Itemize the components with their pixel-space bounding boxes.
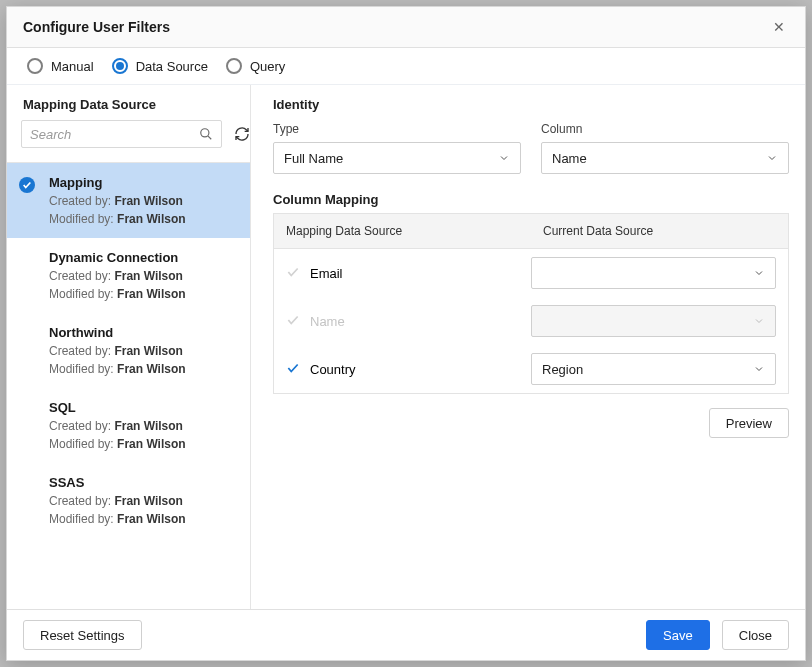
column-mapping-row: Email — [274, 249, 788, 297]
data-source-name: Northwind — [49, 325, 238, 340]
data-source-modified: Modified by: Fran Wilson — [49, 362, 238, 376]
identity-title: Identity — [273, 97, 789, 112]
data-source-name: Dynamic Connection — [49, 250, 238, 265]
dialog-footer: Reset Settings Save Close — [7, 609, 805, 660]
data-source-modified: Modified by: Fran Wilson — [49, 287, 238, 301]
data-source-created: Created by: Fran Wilson — [49, 494, 238, 508]
save-button[interactable]: Save — [646, 620, 710, 650]
radio-query-label: Query — [250, 59, 285, 74]
chevron-down-icon — [753, 267, 765, 279]
chevron-down-icon — [753, 363, 765, 375]
column-mapping-header: Mapping Data Source Current Data Source — [274, 214, 788, 249]
identity-type-label: Type — [273, 122, 521, 136]
close-icon[interactable]: ✕ — [769, 17, 789, 37]
data-source-modified: Modified by: Fran Wilson — [49, 512, 238, 526]
chevron-down-icon — [498, 152, 510, 164]
search-input[interactable] — [30, 127, 199, 142]
data-source-item[interactable]: Dynamic Connection Created by: Fran Wils… — [7, 238, 250, 313]
data-source-name: Mapping — [49, 175, 238, 190]
radio-data-source[interactable]: Data Source — [112, 58, 208, 74]
colhead-left: Mapping Data Source — [274, 214, 531, 248]
column-mapping-grid: Mapping Data Source Current Data Source … — [273, 213, 789, 394]
column-mapping-title: Column Mapping — [273, 192, 789, 207]
data-source-created: Created by: Fran Wilson — [49, 269, 238, 283]
preview-button[interactable]: Preview — [709, 408, 789, 438]
data-source-name: SQL — [49, 400, 238, 415]
column-mapping-row: Name — [274, 297, 788, 345]
dialog: Configure User Filters ✕ Manual Data Sou… — [6, 6, 806, 661]
mapping-value: Region — [542, 362, 583, 377]
data-source-created: Created by: Fran Wilson — [49, 194, 238, 208]
search-icon — [199, 127, 213, 141]
radio-icon — [112, 58, 128, 74]
identity-type-select[interactable]: Full Name — [273, 142, 521, 174]
dialog-header: Configure User Filters ✕ — [7, 7, 805, 48]
radio-manual-label: Manual — [51, 59, 94, 74]
svg-line-1 — [208, 136, 211, 139]
right-panel: Identity Type Full Name Column Name — [251, 85, 805, 609]
column-mapping-row: Country Region — [274, 345, 788, 393]
mapping-value-select — [531, 305, 776, 337]
data-source-created: Created by: Fran Wilson — [49, 344, 238, 358]
check-icon — [19, 177, 35, 193]
svg-point-0 — [201, 129, 209, 137]
identity-column-label: Column — [541, 122, 789, 136]
radio-manual[interactable]: Manual — [27, 58, 94, 74]
data-source-item[interactable]: Mapping Created by: Fran Wilson Modified… — [7, 163, 250, 238]
radio-icon — [27, 58, 43, 74]
mapping-source-title: Mapping Data Source — [7, 97, 250, 120]
data-source-modified: Modified by: Fran Wilson — [49, 437, 238, 451]
data-source-item[interactable]: SQL Created by: Fran Wilson Modified by:… — [7, 388, 250, 463]
source-type-row: Manual Data Source Query — [7, 48, 805, 85]
check-icon[interactable] — [286, 361, 300, 378]
chevron-down-icon — [766, 152, 778, 164]
radio-query[interactable]: Query — [226, 58, 285, 74]
data-source-name: SSAS — [49, 475, 238, 490]
check-icon[interactable] — [286, 265, 300, 282]
identity-column-select[interactable]: Name — [541, 142, 789, 174]
check-icon — [286, 313, 300, 330]
mapping-field-label: Country — [310, 362, 356, 377]
chevron-down-icon — [753, 315, 765, 327]
data-source-list: Mapping Created by: Fran Wilson Modified… — [7, 163, 250, 538]
data-source-item[interactable]: SSAS Created by: Fran Wilson Modified by… — [7, 463, 250, 538]
data-source-item[interactable]: Northwind Created by: Fran Wilson Modifi… — [7, 313, 250, 388]
mapping-value-select[interactable] — [531, 257, 776, 289]
refresh-icon — [234, 126, 250, 142]
radio-data-source-label: Data Source — [136, 59, 208, 74]
search-input-wrapper[interactable] — [21, 120, 222, 148]
close-button[interactable]: Close — [722, 620, 789, 650]
identity-column-value: Name — [552, 151, 587, 166]
mapping-field-label: Email — [310, 266, 343, 281]
left-panel: Mapping Data Source Mapping — [7, 85, 251, 609]
mapping-field-label: Name — [310, 314, 345, 329]
data-source-modified: Modified by: Fran Wilson — [49, 212, 238, 226]
colhead-right: Current Data Source — [531, 214, 788, 248]
radio-icon — [226, 58, 242, 74]
reset-button[interactable]: Reset Settings — [23, 620, 142, 650]
identity-type-value: Full Name — [284, 151, 343, 166]
data-source-created: Created by: Fran Wilson — [49, 419, 238, 433]
mapping-value-select[interactable]: Region — [531, 353, 776, 385]
dialog-title: Configure User Filters — [23, 19, 170, 35]
